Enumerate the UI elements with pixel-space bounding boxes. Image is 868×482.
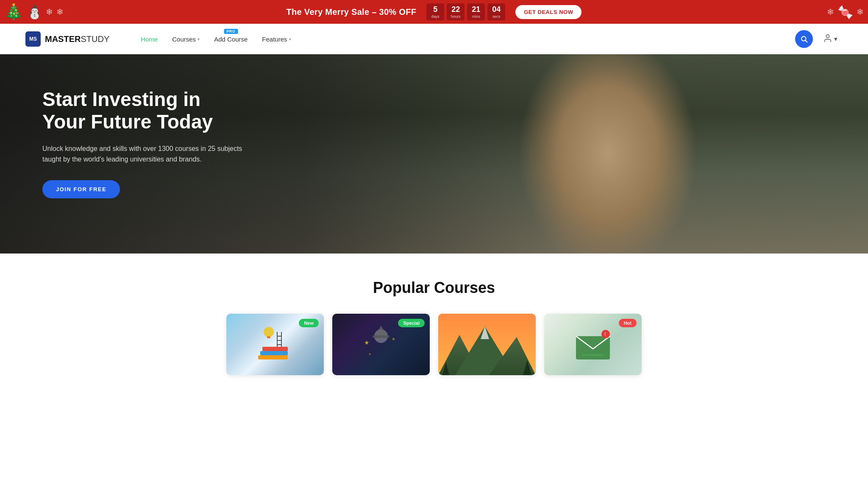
logo-brand-bold: MASTER — [45, 34, 81, 44]
nav-features-label: Features — [262, 36, 287, 43]
countdown-hours-number: 22 — [450, 5, 461, 14]
countdown-hours-label: hours — [450, 14, 461, 19]
course-card-2[interactable]: ★ ★ ★ Special — [332, 314, 430, 375]
countdown-secs-number: 04 — [491, 5, 502, 14]
banner-center: The Very Merry Sale – 30% OFF 5 days 22 … — [287, 3, 582, 20]
svg-rect-4 — [260, 351, 288, 355]
nav-item-home[interactable]: Home — [135, 32, 164, 46]
nav-item-features[interactable]: Features ▾ — [256, 32, 297, 46]
sale-text: The Very Merry Sale – 30% OFF — [287, 7, 417, 17]
countdown-secs-label: secs — [491, 14, 502, 19]
courses-chevron-down-icon: ▾ — [198, 37, 200, 42]
svg-text:★: ★ — [392, 337, 395, 341]
svg-rect-5 — [258, 355, 288, 359]
christmas-tree-icon: 🎄 — [4, 3, 23, 21]
course-card-4[interactable]: ! Hot — [544, 314, 642, 375]
countdown-mins-number: 21 — [470, 5, 481, 14]
nav-add-course-label: Add Course — [214, 36, 248, 43]
logo[interactable]: MS MASTERSTUDY — [25, 31, 109, 47]
nav-item-add-course[interactable]: PRO Add Course — [208, 32, 253, 46]
logo-text: MASTERSTUDY — [45, 34, 109, 44]
svg-marker-14 — [375, 326, 387, 336]
nav-home-label: Home — [141, 36, 158, 43]
banner-left-decorations: 🎄 ⛄ ❄ ❄ — [0, 0, 64, 24]
snowflake-icon-right: ❄ — [827, 7, 834, 17]
svg-point-2 — [826, 34, 829, 37]
course-thumb-3 — [438, 314, 536, 375]
svg-point-0 — [801, 36, 806, 41]
nav-item-courses[interactable]: Courses ▾ — [166, 32, 206, 46]
svg-rect-29 — [582, 354, 604, 356]
hero-section: Start Investing in Your Future Today Unl… — [0, 54, 868, 254]
logo-icon: MS — [25, 31, 41, 47]
nav-links: Home Courses ▾ PRO Add Course Features ▾ — [135, 32, 795, 46]
search-icon — [800, 35, 808, 43]
course-thumb-1: New — [226, 314, 324, 375]
course-card-3[interactable] — [438, 314, 536, 375]
search-button[interactable] — [795, 30, 813, 48]
course-badge-2: Special — [398, 319, 425, 327]
pro-badge: PRO — [224, 29, 238, 34]
nav-courses-label: Courses — [172, 36, 196, 43]
svg-rect-15 — [373, 335, 389, 338]
svg-text:★: ★ — [368, 352, 371, 356]
join-free-button[interactable]: JOIN FOR FREE — [42, 180, 120, 198]
user-icon — [823, 33, 832, 45]
svg-rect-12 — [267, 336, 270, 338]
hero-subtitle: Unlock knowledge and skills with over 13… — [42, 143, 246, 165]
user-chevron-down-icon: ▾ — [834, 35, 837, 43]
hero-title: Start Investing in Your Future Today — [42, 88, 246, 133]
user-menu-button[interactable]: ▾ — [818, 30, 843, 48]
banner-right-decorations: ❄ 🍬 ❄ — [827, 0, 868, 24]
features-chevron-down-icon: ▾ — [289, 37, 291, 42]
countdown-mins-label: mins — [470, 14, 481, 19]
candy-cane-icon: 🍬 — [837, 5, 853, 20]
countdown-timer: 5 days 22 hours 21 mins 04 secs — [426, 3, 505, 20]
nav-actions: ▾ — [795, 30, 843, 48]
navbar: MS MASTERSTUDY Home Courses ▾ PRO Add Co… — [0, 24, 868, 54]
course-thumb-3-illustration — [438, 314, 536, 375]
svg-text:★: ★ — [364, 339, 370, 346]
course-badge-4: Hot — [619, 319, 637, 327]
course-card-1[interactable]: New — [226, 314, 324, 375]
svg-point-11 — [264, 327, 274, 337]
snowflake-icon-left2: ❄ — [56, 7, 64, 17]
countdown-days: 5 days — [426, 3, 444, 20]
logo-brand-light: STUDY — [81, 34, 109, 44]
popular-courses-title: Popular Courses — [25, 279, 843, 297]
countdown-secs: 04 secs — [487, 3, 505, 20]
top-banner: 🎄 ⛄ ❄ ❄ The Very Merry Sale – 30% OFF 5 … — [0, 0, 868, 24]
countdown-days-label: days — [430, 14, 441, 19]
snowflake-icon-left: ❄ — [46, 7, 53, 17]
course-thumb-2: ★ ★ ★ Special — [332, 314, 430, 375]
logo-initials: MS — [29, 36, 37, 42]
course-badge-1: New — [299, 319, 319, 327]
countdown-hours: 22 hours — [447, 3, 465, 20]
countdown-days-number: 5 — [430, 5, 441, 14]
countdown-mins: 21 mins — [467, 3, 485, 20]
hero-content: Start Investing in Your Future Today Unl… — [0, 54, 288, 232]
courses-grid: New ★ ★ ★ — [25, 314, 843, 375]
svg-rect-3 — [262, 347, 288, 351]
popular-courses-section: Popular Courses — [0, 254, 868, 392]
snowflake-icon-right2: ❄ — [857, 7, 864, 17]
snowman-icon: ⛄ — [27, 5, 42, 20]
get-deals-button[interactable]: GET DEALS NOW — [515, 5, 581, 19]
svg-text:!: ! — [604, 332, 606, 337]
svg-line-1 — [806, 41, 807, 42]
course-thumb-4: ! Hot — [544, 314, 642, 375]
